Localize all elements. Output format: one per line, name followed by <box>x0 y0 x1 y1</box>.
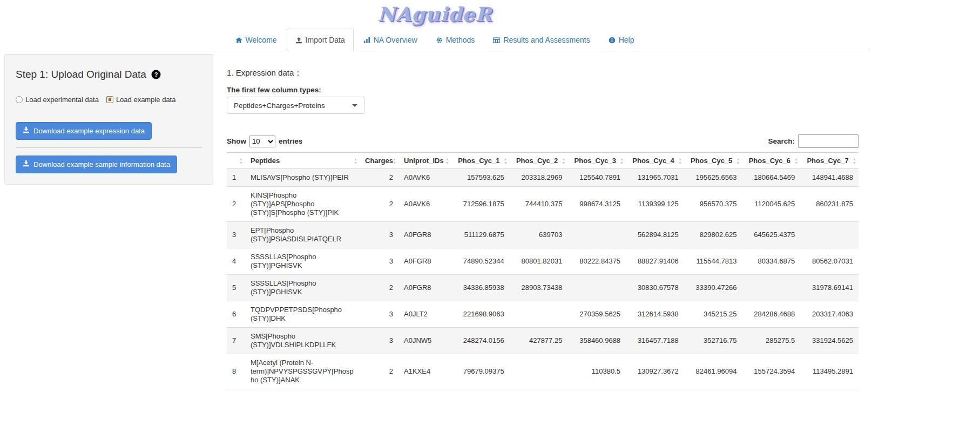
value-cell: 998674.3125 <box>567 187 626 222</box>
value-cell: 562894.8125 <box>626 222 684 248</box>
column-header-uniprot-ids[interactable]: Uniprot_IDs▲▼ <box>398 153 451 169</box>
sort-arrows-icon[interactable]: ▲▼ <box>678 157 682 165</box>
sort-arrows-icon[interactable]: ▲▼ <box>620 157 624 165</box>
charge-cell: 3 <box>360 301 398 328</box>
radio-unchecked-icon[interactable] <box>16 96 23 103</box>
section-heading: 1. Expression data： <box>227 68 859 78</box>
row-index-cell: 4 <box>227 248 245 275</box>
value-cell: 345215.25 <box>684 301 742 328</box>
sort-arrows-icon[interactable]: ▲▼ <box>354 157 357 165</box>
value-cell <box>567 275 626 301</box>
page-length-select[interactable]: 10 <box>249 136 275 147</box>
table-head-row: ▲▼Peptides▲▼Charges▲▼Uniprot_IDs▲▼Phos_C… <box>227 153 859 169</box>
download-sample-info-button[interactable]: Download example sample information data <box>16 156 177 173</box>
charge-cell: 3 <box>360 328 398 354</box>
value-cell: 74890.52344 <box>451 248 510 275</box>
table-row: 4SSSSLLAS[Phospho (STY)]PGHISVK3A0FGR874… <box>227 248 859 275</box>
value-cell: 148941.4688 <box>800 169 859 187</box>
peptide-cell: MLISAVS[Phospho (STY)]PEIR <box>245 169 360 187</box>
uniprot-cell: A0FGR8 <box>398 248 451 275</box>
column-header-phos-cyc-4[interactable]: Phos_Cyc_4▲▼ <box>626 153 684 169</box>
sort-arrows-icon[interactable]: ▲▼ <box>393 157 396 165</box>
divider <box>16 147 202 148</box>
value-cell: 131965.7031 <box>626 169 684 187</box>
datatable-controls: Show 10 entries Search: <box>227 134 859 148</box>
download-expression-button[interactable]: Download example expression data <box>16 122 152 140</box>
download-sample-info-label: Download example sample information data <box>33 160 170 169</box>
value-cell: 80334.6875 <box>742 248 801 275</box>
sort-arrows-icon[interactable]: ▲▼ <box>794 157 798 165</box>
charge-cell: 2 <box>360 354 398 389</box>
charge-cell: 3 <box>360 248 398 275</box>
radio-option-load-example-data[interactable]: Load example data <box>106 96 176 104</box>
chevron-down-icon <box>352 104 357 107</box>
value-cell: 180664.5469 <box>742 169 801 187</box>
sort-arrows-icon[interactable]: ▲▼ <box>239 157 243 165</box>
value-cell: 115544.7813 <box>684 248 742 275</box>
value-cell <box>800 222 859 248</box>
tab-label: Results and Assessments <box>503 35 590 45</box>
download-icon <box>23 126 30 136</box>
tab-results-and-assessments[interactable]: Results and Assessments <box>484 29 598 51</box>
column-header-phos-cyc-5[interactable]: Phos_Cyc_5▲▼ <box>684 153 742 169</box>
column-header-phos-cyc-6[interactable]: Phos_Cyc_6▲▼ <box>742 153 801 169</box>
value-cell: 639703 <box>510 222 568 248</box>
sort-arrows-icon[interactable]: ▲▼ <box>736 157 740 165</box>
value-cell: 80222.84375 <box>567 248 626 275</box>
tab-help[interactable]: Help <box>600 29 643 51</box>
value-cell: 331924.5625 <box>800 328 859 354</box>
peptide-cell: SSSSLLAS[Phospho (STY)]PGHISVK <box>245 248 360 275</box>
value-cell: 358460.9688 <box>567 328 626 354</box>
column-header-peptides[interactable]: Peptides▲▼ <box>245 153 360 169</box>
sidebar-title-text: Step 1: Upload Original Data <box>16 69 146 80</box>
sort-arrows-icon[interactable]: ▲▼ <box>562 157 565 165</box>
column-header-charges[interactable]: Charges▲▼ <box>360 153 398 169</box>
table-row: 8M[Acetyl (Protein N-term)]NPVYSPGSSGVPY… <box>227 354 859 389</box>
value-cell: 31978.69141 <box>800 275 859 301</box>
tab-label: Help <box>619 35 634 45</box>
value-cell: 312614.5938 <box>626 301 684 328</box>
sort-arrows-icon[interactable]: ▲▼ <box>853 157 856 165</box>
value-cell: 195625.6563 <box>684 169 742 187</box>
radio-option-load-experimental-data[interactable]: Load experimental data <box>16 96 99 104</box>
uniprot-cell: A0FGR8 <box>398 222 451 248</box>
value-cell: 33390.47266 <box>684 275 742 301</box>
search-control: Search: <box>768 134 859 148</box>
tab-methods[interactable]: Methods <box>427 29 484 51</box>
value-cell: 80801.82031 <box>510 248 568 275</box>
row-index-cell: 8 <box>227 354 245 389</box>
value-cell: 712596.1875 <box>451 187 510 222</box>
column-label: Phos_Cyc_2 <box>516 157 558 165</box>
column-header-phos-cyc-3[interactable]: Phos_Cyc_3▲▼ <box>567 153 626 169</box>
column-header-index[interactable]: ▲▼ <box>227 153 245 169</box>
question-icon[interactable]: ? <box>151 70 161 79</box>
peptide-cell: KINS[Phospho (STY)]APS[Phospho (STY)]S[P… <box>245 187 360 222</box>
value-cell <box>567 222 626 248</box>
table-row: 2KINS[Phospho (STY)]APS[Phospho (STY)]S[… <box>227 187 859 222</box>
tab-na-overview[interactable]: NA Overview <box>355 29 426 51</box>
table-icon <box>493 37 500 44</box>
column-header-phos-cyc-1[interactable]: Phos_Cyc_1▲▼ <box>451 153 510 169</box>
column-label: Peptides <box>251 157 280 165</box>
tab-welcome[interactable]: Welcome <box>227 29 286 51</box>
sort-arrows-icon[interactable]: ▲▼ <box>504 157 508 165</box>
column-header-phos-cyc-7[interactable]: Phos_Cyc_7▲▼ <box>800 153 859 169</box>
charge-cell: 3 <box>360 222 398 248</box>
content-row: Step 1: Upload Original Data ? Load expe… <box>0 51 869 389</box>
value-cell: 203318.2969 <box>510 169 568 187</box>
column-types-label: The first few column types: <box>227 86 859 94</box>
column-header-phos-cyc-2[interactable]: Phos_Cyc_2▲▼ <box>510 153 568 169</box>
radio-checked-icon[interactable] <box>106 96 113 103</box>
tab-import-data[interactable]: Import Data <box>287 29 354 51</box>
nav-tabs: WelcomeImport DataNA OverviewMethodsResu… <box>0 29 869 51</box>
table-row: 3EPT[Phospho (STY)]PSIASDISLPIATQELR3A0F… <box>227 222 859 248</box>
sort-arrows-icon[interactable]: ▲▼ <box>445 157 449 165</box>
value-cell: 82461.96094 <box>684 354 742 389</box>
sidebar-title: Step 1: Upload Original Data ? <box>16 69 202 80</box>
value-cell: 80562.07031 <box>800 248 859 275</box>
tab-label: Welcome <box>246 35 277 45</box>
value-cell: 248274.0156 <box>451 328 510 354</box>
uniprot-cell: A0JNW5 <box>398 328 451 354</box>
column-types-select[interactable]: Peptides+Charges+Proteins <box>227 97 364 114</box>
search-input[interactable] <box>798 134 859 148</box>
